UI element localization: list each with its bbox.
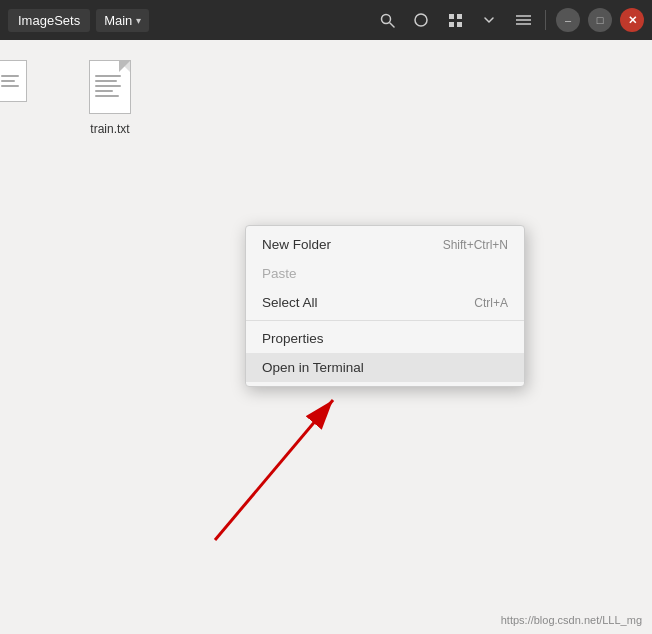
titlebar: ImageSets Main ▾ – □ ✕	[0, 0, 652, 40]
view-grid-icon[interactable]	[441, 6, 469, 34]
arrow-indicator	[185, 385, 365, 549]
menu-icon[interactable]	[509, 6, 537, 34]
menu-separator	[246, 320, 524, 321]
separator	[545, 10, 546, 30]
menu-label-properties: Properties	[262, 331, 324, 346]
app-name: ImageSets	[8, 9, 90, 32]
menu-label-select-all: Select All	[262, 295, 318, 310]
svg-rect-5	[449, 22, 454, 27]
minimize-button[interactable]: –	[556, 8, 580, 32]
circle-icon[interactable]	[407, 6, 435, 34]
menu-item-select-all[interactable]: Select All Ctrl+A	[246, 288, 524, 317]
svg-rect-3	[449, 14, 454, 19]
file-icon-train[interactable]: train.txt	[70, 60, 150, 136]
chevron-down-icon: ▾	[136, 15, 141, 26]
chevron-down-icon[interactable]	[475, 6, 503, 34]
svg-point-2	[415, 14, 427, 26]
search-icon[interactable]	[373, 6, 401, 34]
partial-file-icon: xt	[0, 60, 32, 78]
file-image	[86, 60, 134, 118]
menu-item-open-in-terminal[interactable]: Open in Terminal	[246, 353, 524, 382]
svg-point-0	[381, 14, 390, 23]
menu-shortcut-select-all: Ctrl+A	[474, 296, 508, 310]
menu-label-paste: Paste	[262, 266, 297, 281]
menu-label-open-in-terminal: Open in Terminal	[262, 360, 364, 375]
content-area: xt train.txt New Folder Shift+Ctrl+N	[0, 40, 652, 634]
menu-item-properties[interactable]: Properties	[246, 324, 524, 353]
svg-line-1	[390, 23, 394, 27]
svg-rect-4	[457, 14, 462, 19]
file-name-label: train.txt	[90, 122, 129, 136]
menu-label-new-folder: New Folder	[262, 237, 331, 252]
svg-rect-6	[457, 22, 462, 27]
main-label: Main	[104, 13, 132, 28]
maximize-button[interactable]: □	[588, 8, 612, 32]
svg-line-11	[215, 400, 333, 540]
watermark: https://blog.csdn.net/LLL_mg	[501, 614, 642, 626]
main-dropdown[interactable]: Main ▾	[96, 9, 149, 32]
menu-shortcut-new-folder: Shift+Ctrl+N	[443, 238, 508, 252]
menu-item-paste[interactable]: Paste	[246, 259, 524, 288]
menu-item-new-folder[interactable]: New Folder Shift+Ctrl+N	[246, 230, 524, 259]
close-button[interactable]: ✕	[620, 8, 644, 32]
context-menu: New Folder Shift+Ctrl+N Paste Select All…	[245, 225, 525, 387]
